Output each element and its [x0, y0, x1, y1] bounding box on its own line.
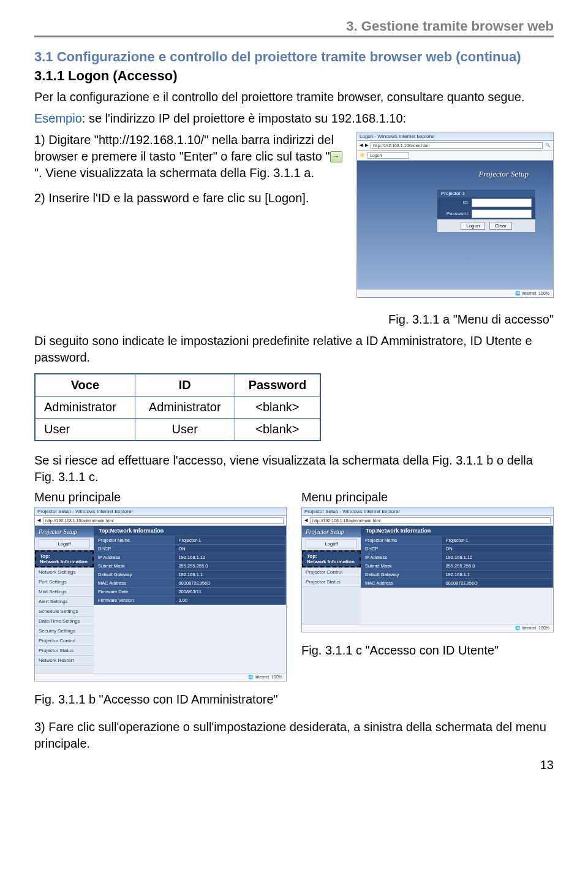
browser-toolbar: ◀ http://192.168.1.10/admin/main.html — [302, 516, 553, 526]
esempio-line: Esempio: se l'indirizzo IP del proiettor… — [34, 110, 554, 127]
main-area: Top:Network Information Projector NamePr… — [94, 526, 286, 673]
info-table: Projector NameProjector-1 DHCPON IP Addr… — [361, 536, 553, 588]
after-table: Se si riesce ad effettuare l'accesso, vi… — [34, 452, 554, 485]
login-box: Projector-1 ID: Password: Logon Clear — [437, 189, 536, 233]
th-id: ID — [135, 374, 235, 397]
section-title: 3.1 Configurazione e controllo del proie… — [34, 48, 554, 66]
browser-statusbar: 🌐 Internet 100% — [357, 289, 553, 297]
page-number: 13 — [34, 758, 554, 772]
id-label: ID: — [441, 200, 469, 205]
sidebar-item[interactable]: Schedule Settings — [35, 607, 94, 617]
credentials-table: Voce ID Password Administrator Administr… — [34, 373, 321, 441]
sidebar-item[interactable]: Mail Settings — [35, 587, 94, 597]
id-input[interactable] — [472, 199, 532, 207]
projector-setup-logo: Projector Setup — [35, 526, 94, 537]
tab-label: Logon — [368, 152, 409, 159]
sidebar-item[interactable]: Port Settings — [35, 577, 94, 587]
esempio-text: : se l'indirizzo IP del proiettore è imp… — [82, 112, 406, 125]
fig-b-caption: Fig. 3.1.1 b "Accesso con ID Amministrat… — [34, 693, 287, 707]
step-2: 2) Inserire l'ID e la password e fare cl… — [34, 190, 345, 207]
sidebar-item[interactable]: Security Settings — [35, 626, 94, 636]
subsection-title: 3.1.1 Logon (Accesso) — [34, 68, 554, 84]
intro-text: Per la configurazione e il controllo del… — [34, 89, 554, 105]
browser-titlebar: Projector Setup - Windows Internet Explo… — [302, 507, 553, 516]
address-bar[interactable]: http://192.168.1.10/index.html — [371, 142, 543, 149]
fig-a-caption: Fig. 3.1.1 a "Menu di accesso" — [34, 313, 554, 327]
sidebar-item-top[interactable]: Top: Network Information — [302, 550, 361, 567]
menu-principale-label-left: Menu principale — [34, 490, 287, 504]
internet-icon: 🌐 — [515, 291, 522, 295]
table-row: User User <blank> — [35, 418, 320, 441]
sidebar-item[interactable]: Projector Status — [35, 646, 94, 656]
user-screenshot: Projector Setup - Windows Internet Explo… — [301, 507, 554, 632]
sidebar-item[interactable]: Projector Control — [302, 567, 361, 577]
page-header: 3. Gestione tramite browser web — [34, 18, 554, 37]
step-1: 1) Digitare "http://192.168.1.10/" nella… — [34, 132, 345, 181]
logon-page-body: Projector Setup Projector-1 ID: Password… — [357, 161, 553, 289]
internet-icon: 🌐 — [515, 626, 522, 630]
favorites-icon: ⭐ — [360, 153, 365, 157]
internet-icon: 🌐 — [248, 675, 255, 679]
fig-c-caption: Fig. 3.1.1 c "Accesso con ID Utente" — [301, 643, 554, 658]
sidebar-item[interactable]: Network Settings — [35, 567, 94, 577]
address-bar[interactable]: http://192.168.1.10/admin/main.html — [43, 517, 284, 524]
menu-principale-label-right: Menu principale — [301, 490, 554, 504]
password-label: Password: — [441, 211, 469, 216]
sidebar: Projector Setup Logoff Top: Network Info… — [302, 526, 361, 624]
projector-setup-logo: Projector Setup — [363, 167, 547, 179]
sidebar-item[interactable]: Projector Control — [35, 636, 94, 646]
browser-toolbar: ◀ ▶ http://192.168.1.10/index.html 🔍 — [357, 141, 553, 151]
table-row: Administrator Administrator <blank> — [35, 396, 320, 418]
main-area: Top:Network Information Projector NamePr… — [361, 526, 553, 624]
th-password: Password — [235, 374, 320, 397]
sidebar-item[interactable]: Date/Time Settings — [35, 617, 94, 626]
th-voce: Voce — [35, 374, 135, 397]
browser-statusbar: 🌐 Internet 100% — [302, 624, 553, 632]
nav-back-icon: ◀ — [37, 518, 40, 523]
address-bar[interactable]: http://192.168.1.10/admin/main.html — [310, 517, 551, 524]
after-fig-a: Di seguito sono indicate le impostazioni… — [34, 333, 554, 366]
nav-back-icon: ◀ — [304, 518, 307, 523]
esempio-label: Esempio — [34, 112, 82, 125]
logoff-button[interactable]: Logoff — [306, 539, 357, 548]
main-heading: Top:Network Information — [94, 526, 286, 536]
browser-tabbar: ⭐ Logon — [357, 151, 553, 161]
sidebar: Projector Setup Logoff Top: Network Info… — [35, 526, 94, 673]
sidebar-item[interactable]: Alert Settings — [35, 597, 94, 607]
browser-toolbar: ◀ http://192.168.1.10/admin/main.html — [35, 516, 286, 526]
projector-name: Projector-1 — [441, 191, 465, 196]
sidebar-item[interactable]: Projector Status — [302, 577, 361, 587]
logon-button[interactable]: Logon — [461, 222, 485, 230]
info-table: Projector NameProjector-1 DHCPON IP Addr… — [94, 536, 286, 605]
nav-fwd-icon: ▶ — [365, 143, 368, 148]
go-arrow-icon: → — [330, 151, 342, 162]
nav-back-icon: ◀ — [360, 143, 363, 148]
browser-titlebar: Logon - Windows Internet Explorer — [357, 132, 553, 141]
admin-screenshot: Projector Setup - Windows Internet Explo… — [34, 507, 287, 681]
logoff-button[interactable]: Logoff — [39, 539, 90, 548]
step-3: 3) Fare clic sull'operazione o sull'impo… — [34, 719, 554, 752]
browser-statusbar: 🌐 Internet 100% — [35, 673, 286, 681]
main-heading: Top:Network Information — [361, 526, 553, 536]
logon-screenshot: Logon - Windows Internet Explorer ◀ ▶ ht… — [356, 132, 554, 298]
password-input[interactable] — [472, 210, 532, 218]
browser-titlebar: Projector Setup - Windows Internet Explo… — [35, 507, 286, 516]
sidebar-item[interactable]: Network Restart — [35, 656, 94, 666]
search-icon: 🔍 — [545, 143, 551, 148]
sidebar-item-top[interactable]: Top: Network Information — [35, 550, 94, 567]
projector-setup-logo: Projector Setup — [302, 526, 361, 537]
clear-button[interactable]: Clear — [489, 222, 512, 230]
